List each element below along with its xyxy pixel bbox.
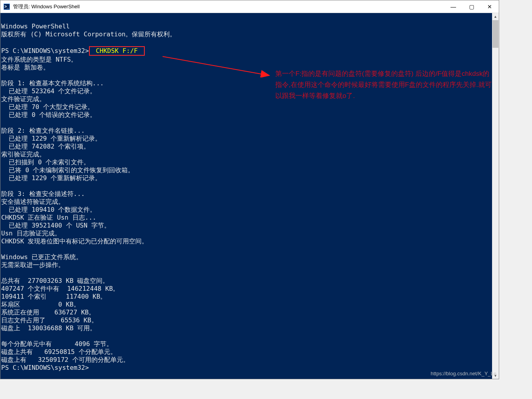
close-button[interactable]: ✕ — [481, 1, 499, 13]
titlebar-left: >_ 管理员: Windows PowerShell — [4, 3, 80, 10]
terminal-output: 文件系统的类型是 NTFS。 卷标是 新加卷。 阶段 1: 检查基本文件系统结构… — [1, 56, 148, 363]
terminal-header: Windows PowerShell — [1, 23, 70, 30]
prompt-prefix: PS C:\WINDOWS\system32> — [1, 47, 89, 55]
annotation-text: 第一个F:指的是有问题的盘符(需要修复的盘符) 后边的/F值得是chkdsk的指… — [275, 68, 493, 102]
powershell-window: >_ 管理员: Windows PowerShell — ▢ ✕ Windows… — [0, 0, 499, 379]
command-highlight: CHKDSK F:/F — [89, 46, 145, 56]
terminal-content[interactable]: Windows PowerShell 版权所有 (C) Microsoft Co… — [0, 13, 499, 379]
watermark-text: https://blog.csdn.net/K_Y_Le — [431, 371, 496, 376]
window-controls: — ▢ ✕ — [444, 1, 499, 13]
scrollbar-up-arrow[interactable]: ▲ — [492, 13, 499, 20]
terminal-area[interactable]: Windows PowerShell 版权所有 (C) Microsoft Co… — [0, 13, 499, 379]
vertical-scrollbar[interactable]: ▲ ▼ — [492, 13, 499, 379]
window-title: 管理员: Windows PowerShell — [13, 3, 80, 10]
powershell-icon: >_ — [4, 4, 10, 10]
terminal-copyright: 版权所有 (C) Microsoft Corporation。保留所有权利。 — [1, 30, 176, 38]
maximize-button[interactable]: ▢ — [462, 1, 481, 13]
prompt-end: PS C:\WINDOWS\system32> — [1, 364, 89, 371]
titlebar[interactable]: >_ 管理员: Windows PowerShell — ▢ ✕ — [0, 0, 499, 13]
minimize-button[interactable]: — — [444, 1, 462, 13]
scrollbar-thumb[interactable] — [492, 20, 498, 48]
